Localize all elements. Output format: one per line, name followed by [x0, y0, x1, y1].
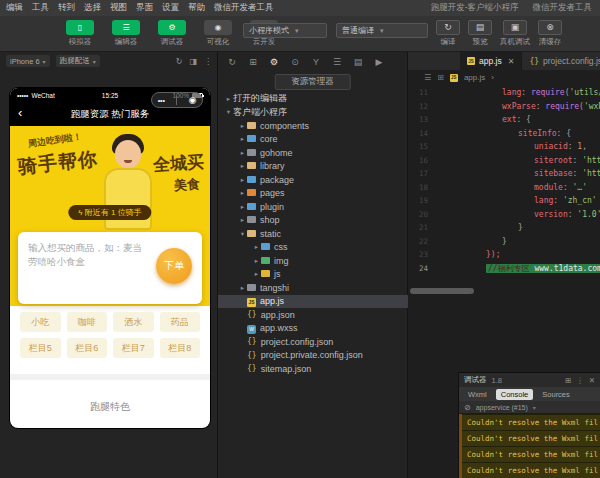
tree-item-shop[interactable]: ▸shop [218, 214, 408, 228]
more-icon[interactable]: ⋮ [576, 376, 584, 385]
tree-item-gohome[interactable]: ▸gohome [218, 146, 408, 160]
code-text: ext: { [436, 115, 531, 124]
category-栏目5[interactable]: 栏目5 [20, 338, 61, 358]
minimize-target-icon[interactable]: ◉ [188, 95, 196, 105]
debugger-tab-Wxml[interactable]: Wxml [463, 389, 492, 400]
tree-item-label: 打开的编辑器 [233, 92, 287, 105]
category-栏目7[interactable]: 栏目7 [113, 338, 154, 358]
tree-item-project.private.config.json[interactable]: {}project.private.config.json [218, 349, 408, 363]
真机调试-button[interactable]: ▣ [503, 20, 527, 35]
git-branch-icon[interactable]: Y [310, 56, 322, 68]
tree-item-js[interactable]: ▸js [218, 268, 408, 282]
device-select[interactable]: iPhone 6 [6, 55, 50, 67]
menu-item-视图[interactable]: 视图 [110, 2, 127, 14]
explorer-header[interactable]: 资源管理器 [274, 74, 351, 90]
tree-item-sitemap.json[interactable]: {}sitemap.json [218, 362, 408, 376]
编译-button[interactable]: ↻ [436, 20, 460, 35]
tree-item-pages[interactable]: ▸pages [218, 187, 408, 201]
dock-icon[interactable]: ⊞ [565, 376, 571, 385]
token: module [534, 183, 563, 192]
json-file-icon: {} [529, 57, 539, 66]
category-药品[interactable]: 药品 [160, 312, 201, 332]
action-label: 预览 [473, 37, 488, 47]
debugger-tabs: WxmlConsoleSources [459, 387, 600, 401]
window-title: 跑腿开发-客户端小程序 微信开发者工具 [431, 0, 592, 16]
list-icon[interactable]: ☰ [424, 73, 431, 82]
grid-icon[interactable]: ▤ [352, 56, 364, 68]
line-number: 13 [408, 115, 436, 124]
compile-select[interactable]: 普通编译 [336, 23, 428, 38]
debugger-tab-Sources[interactable]: Sources [537, 389, 575, 400]
list-icon[interactable]: ☰ [331, 56, 343, 68]
more-icon[interactable]: ⋮ [204, 57, 212, 66]
promo-banner[interactable]: 周边吃到啦！ 骑手帮你 全城买 美食 ϟ 附近有 1 位骑手 输入想买的商品，如… [10, 126, 210, 306]
split-editor-icon[interactable]: ⊞ [437, 73, 444, 82]
category-栏目8[interactable]: 栏目8 [160, 338, 201, 358]
tree-item-css[interactable]: ▸css [218, 241, 408, 255]
mode-select[interactable]: 小程序模式 [243, 23, 327, 38]
tree-item-core[interactable]: ▸core [218, 133, 408, 147]
调试器-toggle-button[interactable]: ⚙ [158, 20, 186, 35]
js-glyph: JS [247, 298, 256, 307]
console-log[interactable]: Couldn't resolve the Wxml filCouldn't re… [459, 414, 600, 478]
menu-item-选择[interactable]: 选择 [84, 2, 101, 14]
close-icon[interactable]: ✕ [589, 376, 595, 385]
tree-item-img[interactable]: ▸img [218, 254, 408, 268]
category-小吃[interactable]: 小吃 [20, 312, 61, 332]
breadcrumb-file[interactable]: app.js [464, 73, 485, 82]
toggle-label: 模拟器 [69, 37, 92, 47]
code-text: } [436, 223, 523, 232]
tree-item-static[interactable]: ▾static [218, 227, 408, 241]
menu-item-设置[interactable]: 设置 [162, 2, 179, 14]
menu-item-帮助[interactable]: 帮助 [188, 2, 205, 14]
tree-item-components[interactable]: ▸components [218, 119, 408, 133]
模拟器-toggle-button[interactable]: ▯ [66, 20, 94, 35]
clear-console-icon[interactable]: ⊘ [464, 403, 471, 412]
code-area[interactable]: 11lang: require('utils/lang.js'),12wxPar… [408, 86, 600, 275]
tab-project.config.json[interactable]: {}project.config.json [522, 52, 600, 70]
context-select[interactable]: appservice (#15) [476, 404, 528, 411]
tree-item-project.config.json[interactable]: {}project.config.json [218, 335, 408, 349]
category-栏目6[interactable]: 栏目6 [67, 338, 108, 358]
cursor-icon[interactable]: ▶ [373, 56, 385, 68]
menu-item-工具[interactable]: 工具 [32, 2, 49, 14]
search-icon[interactable]: ⊙ [289, 56, 301, 68]
menu-item-转到[interactable]: 转到 [58, 2, 75, 14]
tree-item-打开的编辑器[interactable]: ▸打开的编辑器 [218, 92, 408, 106]
order-input[interactable]: 输入想买的商品，如：麦当劳嘻哈小食盒 [28, 241, 148, 269]
可视化-toggle-button[interactable]: ◉ [204, 20, 232, 35]
refresh-icon[interactable]: ↻ [226, 56, 238, 68]
tree-item-app.json[interactable]: {}app.json [218, 308, 408, 322]
more-icon[interactable]: ••• [158, 97, 165, 104]
menu-item-微信开发者工具[interactable]: 微信开发者工具 [214, 2, 274, 14]
tree-item-package[interactable]: ▸package [218, 173, 408, 187]
token: }); [486, 250, 500, 259]
预览-button[interactable]: ▤ [468, 20, 492, 35]
close-tab-icon[interactable]: ✕ [508, 57, 515, 66]
menu-item-界面[interactable]: 界面 [136, 2, 153, 14]
category-咖啡[interactable]: 咖啡 [67, 312, 108, 332]
tree-item-plugin[interactable]: ▸plugin [218, 200, 408, 214]
tree-item-label: gohome [260, 148, 293, 158]
清缓存-button[interactable]: ⊗ [538, 20, 562, 35]
rotate-icon[interactable]: ◨ [189, 57, 197, 66]
submit-order-button[interactable]: 下单 [156, 248, 192, 284]
code-text: lang: require('utils/lang.js'), [436, 88, 600, 97]
line-number: 23 [408, 250, 436, 259]
tree-item-客户端小程序[interactable]: ▾客户端小程序 [218, 106, 408, 120]
tab-app.js[interactable]: JSapp.js✕ [460, 52, 522, 70]
action-label: 清缓存 [539, 37, 562, 47]
编辑器-toggle-button[interactable]: ☰ [112, 20, 140, 35]
horizontal-scrollbar[interactable] [410, 288, 474, 294]
tree-item-app.js[interactable]: JSapp.js [218, 295, 408, 309]
tree-item-library[interactable]: ▸library [218, 160, 408, 174]
debugger-tab-Console[interactable]: Console [496, 389, 534, 400]
menu-item-编辑[interactable]: 编辑 [6, 2, 23, 14]
tree-item-tangshi[interactable]: ▸tangshi [218, 281, 408, 295]
refresh-icon[interactable]: ↻ [176, 57, 183, 66]
tree-item-app.wxss[interactable]: Wapp.wxss [218, 322, 408, 336]
category-酒水[interactable]: 酒水 [113, 312, 154, 332]
settings-gear-icon[interactable]: ⚙ [268, 56, 280, 68]
new-file-icon[interactable]: ⊞ [247, 56, 259, 68]
page-select[interactable]: 跑腿配送 [56, 55, 100, 67]
